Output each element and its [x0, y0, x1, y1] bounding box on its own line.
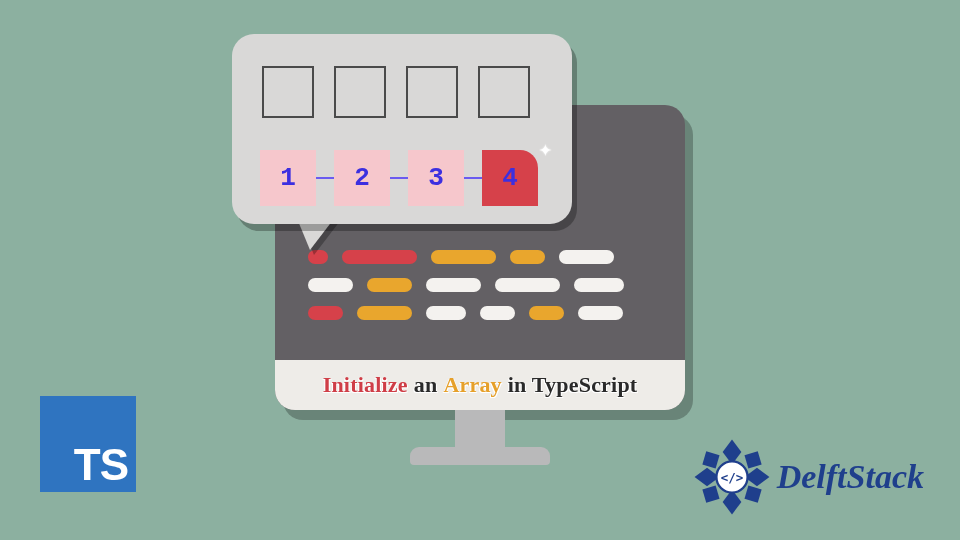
typescript-logo: TS: [40, 396, 136, 492]
svg-marker-4: [702, 451, 719, 468]
array-cell: 2: [334, 150, 390, 206]
delftstack-name: DelftStack: [777, 458, 924, 496]
delftstack-emblem-icon: </>: [693, 438, 771, 516]
array-cell: 1: [260, 150, 316, 206]
sparkle-icon: ✦: [539, 136, 552, 163]
link-line-icon: [464, 177, 482, 179]
title-word-array: Array: [443, 372, 501, 398]
array-cell: 3: [408, 150, 464, 206]
array-value: 4: [502, 163, 518, 193]
svg-marker-7: [744, 486, 761, 503]
monitor-stand-neck: [455, 410, 505, 450]
title-word-an: an: [414, 372, 438, 398]
array-value: 3: [428, 163, 444, 193]
empty-slot: [334, 66, 386, 118]
code-lines: [308, 250, 653, 334]
ts-label: TS: [74, 440, 128, 490]
monitor-stand-base: [410, 447, 550, 465]
code-glyph: </>: [720, 470, 743, 485]
title-word-rest: in TypeScript: [508, 372, 638, 398]
svg-marker-5: [744, 451, 761, 468]
title-word-initialize: Initialize: [323, 372, 408, 398]
empty-slot: [262, 66, 314, 118]
svg-marker-6: [702, 486, 719, 503]
array-illustration-card: 1 2 3 4 ✦: [232, 34, 572, 224]
array-value: 2: [354, 163, 370, 193]
empty-slots-row: [262, 66, 530, 118]
image-title: Initialize an Array in TypeScript: [275, 360, 685, 410]
link-line-icon: [390, 177, 408, 179]
array-cell-highlight: 4 ✦: [482, 150, 538, 206]
empty-slot: [478, 66, 530, 118]
link-line-icon: [316, 177, 334, 179]
array-value: 1: [280, 163, 296, 193]
delftstack-logo: </> DelftStack: [693, 438, 924, 516]
empty-slot: [406, 66, 458, 118]
array-cells-row: 1 2 3 4 ✦: [260, 150, 538, 206]
